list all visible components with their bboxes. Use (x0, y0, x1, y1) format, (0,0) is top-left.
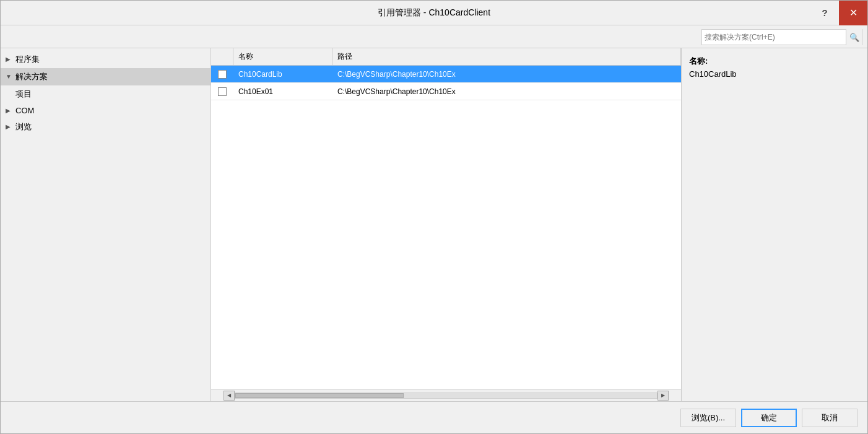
table-row[interactable]: Ch10CardLib C:\BegVCSharp\Chapter10\Ch10… (211, 66, 681, 83)
sidebar-item-com-label: COM (15, 106, 34, 115)
chevron-solution-icon (6, 73, 13, 80)
sidebar-item-assemblies-label: 程序集 (15, 54, 40, 65)
row1-path: C:\BegVCSharp\Chapter10\Ch10Ex (332, 66, 681, 82)
browse-button[interactable]: 浏览(B)... (680, 409, 736, 427)
content-pane: 名称 路径 Ch10CardLib C:\BegVCSharp\Chapter1… (211, 48, 682, 401)
row2-name: Ch10Ex01 (233, 83, 332, 100)
chevron-com-icon (6, 107, 13, 115)
chevron-assemblies-icon (6, 56, 13, 63)
col-header-path: 路径 (332, 48, 681, 65)
dialog-title: 引用管理器 - Ch10CardClient (378, 7, 490, 19)
sidebar-item-browse[interactable]: 浏览 (1, 118, 210, 136)
body-split: 程序集 解决方案 项目 COM 浏览 (1, 48, 867, 401)
table-row[interactable]: Ch10Ex01 C:\BegVCSharp\Chapter10\Ch10Ex (211, 83, 681, 100)
sidebar-item-com[interactable]: COM (1, 103, 210, 118)
row1-checkbox[interactable] (218, 70, 227, 79)
help-button[interactable]: ? (810, 1, 839, 25)
title-bar: 引用管理器 - Ch10CardClient ? ✕ (1, 1, 867, 25)
scroll-left-button[interactable]: ◀ (224, 391, 235, 401)
info-name-value: Ch10CardLib (689, 69, 860, 79)
info-pane: 名称: Ch10CardLib (682, 48, 867, 401)
scroll-right-button[interactable]: ▶ (658, 391, 669, 401)
dialog-window: 引用管理器 - Ch10CardClient ? ✕ 🔍 程序集 (0, 0, 868, 434)
sidebar-item-solution[interactable]: 解决方案 (1, 68, 210, 85)
h-scroll-area: ◀ ▶ (211, 389, 681, 401)
row1-name: Ch10CardLib (233, 66, 332, 82)
row2-path: C:\BegVCSharp\Chapter10\Ch10Ex (332, 83, 681, 100)
search-input[interactable] (702, 33, 846, 41)
title-bar-controls: ? ✕ (810, 1, 867, 25)
bottom-bar: 浏览(B)... 确定 取消 (1, 401, 867, 433)
ref-table: Ch10CardLib C:\BegVCSharp\Chapter10\Ch10… (211, 66, 681, 389)
cancel-button[interactable]: 取消 (802, 409, 857, 427)
h-scroll-thumb[interactable] (235, 393, 404, 398)
sidebar-item-project[interactable]: 项目 (1, 85, 210, 103)
sidebar-item-assemblies[interactable]: 程序集 (1, 51, 210, 68)
search-button[interactable]: 🔍 (846, 29, 862, 45)
row2-checkbox-cell (211, 83, 233, 100)
sidebar-item-project-label: 项目 (15, 89, 32, 100)
row2-checkbox[interactable] (218, 87, 227, 96)
chevron-browse-icon (6, 123, 13, 131)
row1-checkbox-cell (211, 66, 233, 82)
table-header: 名称 路径 (211, 48, 681, 66)
sidebar-item-browse-label: 浏览 (15, 121, 32, 132)
col-header-check (211, 48, 233, 65)
h-scroll-track (235, 393, 658, 399)
col-header-name: 名称 (233, 48, 332, 65)
sidebar-item-solution-label: 解决方案 (15, 71, 48, 82)
search-bar: 🔍 (1, 25, 867, 48)
ok-button[interactable]: 确定 (741, 409, 797, 427)
sidebar: 程序集 解决方案 项目 COM 浏览 (1, 48, 211, 401)
main-content: 🔍 程序集 解决方案 项目 (1, 25, 867, 401)
info-name-label: 名称: (689, 56, 860, 67)
close-button[interactable]: ✕ (839, 1, 867, 25)
search-input-wrapper: 🔍 (701, 29, 862, 45)
